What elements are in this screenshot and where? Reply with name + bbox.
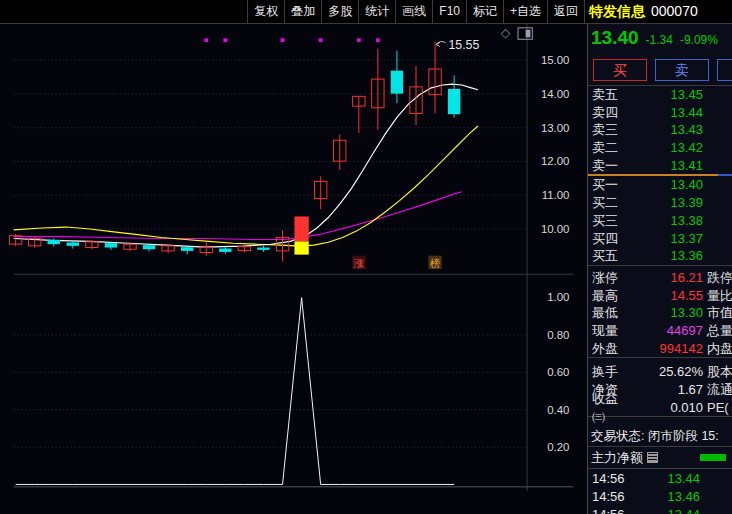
quote-summary: 13.40 -1.34 -9.09% — [588, 24, 732, 57]
menu-item-6[interactable]: 标记 — [466, 0, 503, 23]
high-annotation: 15.55 — [448, 38, 479, 52]
bid-label: 买二 — [592, 194, 625, 212]
stats-list: 涨停16.21跌停最高14.55量比最低13.30市值现量44697总量外盘99… — [588, 266, 732, 357]
stock-header: 特发信息000070 — [589, 0, 698, 23]
ask-label: 卖一 — [592, 157, 625, 175]
ask-price: 13.43 — [625, 121, 703, 139]
stat-label: 换手 — [592, 363, 625, 381]
ask-label: 卖三 — [592, 121, 625, 139]
stat-label2: PE( — [707, 399, 729, 417]
main-force-net-bar — [700, 454, 726, 461]
stat-label: 涨停 — [592, 269, 625, 287]
stat-value: 25.62% — [625, 363, 703, 381]
menu-item-3[interactable]: 统计 — [358, 0, 395, 23]
title-bar: 复权叠加多股统计画线F10标记+自选返回 特发信息000070 — [0, 0, 732, 24]
buy-button[interactable]: 买 — [593, 59, 647, 81]
stat-label2: 内盘 — [707, 340, 732, 358]
menu-item-0[interactable]: 复权 — [247, 0, 284, 23]
stat-row: 最低13.30市值 — [588, 304, 732, 322]
stat-value: 14.55 — [625, 287, 703, 305]
bid-price: 13.38 — [625, 212, 703, 230]
stat-row: 换手25.62%股本 — [588, 363, 732, 381]
stat-value: 1.67 — [625, 381, 703, 399]
price-axis-label: 11.00 — [542, 189, 570, 201]
tick-row: 14:5613.46 — [588, 488, 732, 506]
bid-list: 买一13.40买二13.39买三13.38买四13.37买五13.36 — [588, 176, 732, 264]
signal-dot — [319, 38, 323, 42]
stat-label: 最低 — [592, 304, 625, 322]
bid-label: 买三 — [592, 212, 625, 230]
ma-line-white — [14, 84, 478, 247]
indicator-axis-label: 0.80 — [547, 329, 569, 341]
sell-button[interactable]: 卖 — [655, 59, 709, 81]
ask-row[interactable]: 卖五13.45 — [588, 86, 732, 104]
ask-row[interactable]: 卖四13.44 — [588, 104, 732, 122]
stat-row: 收益㈢0.010PE( — [588, 399, 732, 417]
stat-value: 13.30 — [625, 304, 703, 322]
ask-label: 卖二 — [592, 139, 625, 157]
bid-row[interactable]: 买二13.39 — [588, 194, 732, 212]
menu-item-8[interactable]: 返回 — [547, 0, 585, 23]
stat-value: 16.21 — [625, 269, 703, 287]
stat-value: 44697 — [625, 322, 703, 340]
menu-item-7[interactable]: +自选 — [503, 0, 547, 23]
signal-dot — [376, 38, 380, 42]
cancel-button[interactable]: 撤 — [717, 59, 732, 81]
event-marker-label: 涨 — [354, 258, 365, 269]
stat-row: 现量44697总量 — [588, 322, 732, 340]
stat-label2: 跌停 — [707, 269, 732, 287]
bid-label: 买一 — [592, 176, 625, 194]
ask-row[interactable]: 卖一13.41 — [588, 157, 732, 175]
ask-row[interactable]: 卖三13.43 — [588, 121, 732, 139]
bid-label: 买五 — [592, 247, 625, 265]
trade-buttons: 买 卖 撤 — [588, 57, 732, 85]
last-price: 13.40 — [591, 27, 639, 49]
bid-row[interactable]: 买一13.40 — [588, 176, 732, 194]
signal-dot — [357, 38, 361, 42]
stat-label: 现量 — [592, 322, 625, 340]
bid-row[interactable]: 买三13.38 — [588, 212, 732, 230]
bid-price: 13.37 — [625, 230, 703, 248]
detail-list-icon[interactable] — [647, 452, 658, 463]
toolbar-menu: 复权叠加多股统计画线F10标记+自选返回 — [247, 0, 585, 23]
tick-price: 13.44 — [640, 470, 700, 488]
signal-dot — [223, 38, 227, 42]
menu-item-1[interactable]: 叠加 — [284, 0, 321, 23]
candle-down — [67, 242, 79, 245]
ask-price: 13.42 — [625, 139, 703, 157]
price-chart-canvas[interactable]: 15.0014.0013.0012.0011.0010.001.000.800.… — [0, 24, 587, 514]
ask-price: 13.45 — [625, 86, 703, 104]
price-axis-label: 10.00 — [541, 223, 570, 235]
limit-up-candle-highlight — [294, 241, 308, 254]
ask-label: 卖五 — [592, 86, 625, 104]
candle-down — [105, 243, 117, 247]
tick-time: 14:56 — [592, 470, 640, 488]
event-marker-label: 榜 — [430, 258, 440, 269]
stat-label2: 股本 — [707, 363, 732, 381]
trade-status: 交易状态: 闭市阶段 15: — [588, 417, 732, 446]
price-change: -1.34 — [646, 33, 673, 47]
stat-value: 0.010 — [625, 399, 703, 417]
indicator-axis-label: 0.60 — [547, 366, 569, 378]
stock-name: 特发信息 — [589, 3, 645, 19]
ask-row[interactable]: 卖二13.42 — [588, 139, 732, 157]
price-axis-label: 15.00 — [541, 54, 570, 66]
stat-label2: 流通 — [707, 381, 732, 399]
tick-time: 14:56 — [592, 488, 640, 506]
diamond-icon[interactable]: ◇ — [501, 26, 511, 40]
stat-label2: 总量 — [707, 322, 732, 340]
ma-line-magenta — [14, 192, 462, 240]
menu-item-5[interactable]: F10 — [432, 0, 466, 23]
ask-price: 13.41 — [625, 157, 703, 175]
menu-item-2[interactable]: 多股 — [321, 0, 358, 23]
indicator-line — [16, 298, 455, 485]
menu-item-4[interactable]: 画线 — [395, 0, 432, 23]
bid-price: 13.36 — [625, 247, 703, 265]
bid-price: 13.40 — [625, 176, 703, 194]
bid-row[interactable]: 买五13.36 — [588, 247, 732, 265]
indicator-axis-label: 0.20 — [547, 441, 569, 453]
main-force-row: 主力净额 — [588, 447, 732, 468]
chart-area[interactable]: 15.0014.0013.0012.0011.0010.001.000.800.… — [0, 24, 587, 514]
stat-value: 994142 — [625, 340, 703, 358]
bid-row[interactable]: 买四13.37 — [588, 230, 732, 248]
